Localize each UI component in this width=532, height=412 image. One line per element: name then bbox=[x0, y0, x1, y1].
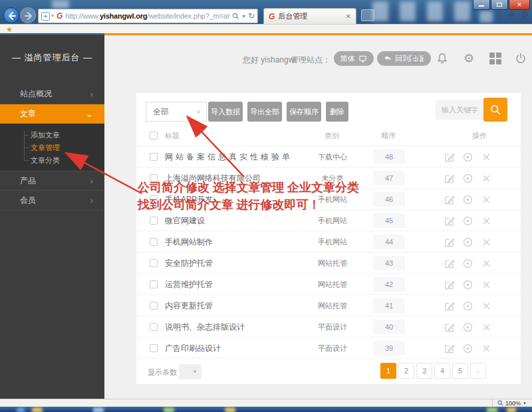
delete-button[interactable]: 删除 bbox=[326, 102, 348, 122]
bell-icon[interactable] bbox=[436, 52, 449, 65]
select-all-checkbox[interactable] bbox=[150, 132, 158, 140]
import-data-button[interactable]: 导入数据 bbox=[208, 102, 243, 122]
delete-icon[interactable] bbox=[481, 215, 492, 227]
start-orb[interactable] bbox=[16, 407, 25, 412]
delete-icon[interactable] bbox=[481, 322, 492, 333]
delete-icon[interactable] bbox=[481, 237, 492, 248]
edit-icon[interactable] bbox=[444, 215, 455, 227]
settings-gear-icon[interactable]: ⚙ bbox=[521, 9, 529, 19]
zoom-control[interactable]: 100% ▼ bbox=[492, 399, 527, 407]
sidebar-item-member[interactable]: 会员 › bbox=[0, 191, 104, 211]
edit-icon[interactable] bbox=[444, 237, 455, 248]
sidebar-item-site-overview[interactable]: 站点概况 › bbox=[0, 84, 104, 104]
per-page-select[interactable]: ▼ bbox=[179, 364, 201, 379]
edit-icon[interactable] bbox=[444, 322, 455, 333]
view-icon[interactable] bbox=[462, 300, 473, 312]
taskbar-item[interactable] bbox=[507, 407, 516, 412]
order-input[interactable]: 48 bbox=[373, 150, 405, 164]
taskbar-item[interactable] bbox=[32, 407, 43, 412]
favorites-star-icon[interactable]: ★ bbox=[508, 10, 515, 19]
category-filter-select[interactable]: 全部 ˅ bbox=[146, 102, 207, 122]
add-favorite-icon[interactable]: ★ bbox=[6, 25, 13, 34]
delete-icon[interactable] bbox=[481, 258, 492, 269]
edit-icon[interactable] bbox=[444, 300, 455, 312]
delete-icon[interactable] bbox=[481, 279, 492, 290]
delete-icon[interactable] bbox=[481, 300, 492, 312]
taskbar-item[interactable] bbox=[93, 407, 104, 412]
search-input[interactable] bbox=[436, 100, 483, 120]
view-icon[interactable] bbox=[462, 173, 473, 184]
order-input[interactable]: 43 bbox=[373, 256, 405, 270]
page-button-1[interactable]: 1 bbox=[380, 363, 396, 379]
windows-taskbar[interactable] bbox=[0, 407, 532, 412]
view-icon[interactable] bbox=[462, 279, 473, 290]
browser-back-button[interactable] bbox=[3, 7, 19, 23]
save-order-button[interactable]: 保存顺序 bbox=[287, 102, 321, 122]
order-input[interactable]: 41 bbox=[373, 298, 405, 313]
next-page-button[interactable]: › bbox=[470, 363, 486, 379]
taskbar-item[interactable] bbox=[164, 407, 174, 412]
order-input[interactable]: 46 bbox=[373, 192, 405, 207]
delete-icon[interactable] bbox=[481, 343, 492, 354]
edit-icon[interactable] bbox=[444, 194, 455, 205]
address-bar[interactable]: + ▼ G http://www.yishangwl.org/website/i… bbox=[38, 9, 258, 23]
view-icon[interactable] bbox=[462, 237, 473, 248]
page-button-2[interactable]: 2 bbox=[398, 363, 414, 379]
sidebar-item-product[interactable]: 产品 › bbox=[0, 171, 104, 191]
order-input[interactable]: 39 bbox=[373, 341, 405, 356]
submenu-item-article-manage[interactable]: 文章管理 bbox=[31, 141, 60, 154]
order-input[interactable]: 40 bbox=[373, 320, 405, 334]
view-icon[interactable] bbox=[462, 322, 473, 333]
view-icon[interactable] bbox=[462, 258, 473, 269]
browser-forward-button[interactable] bbox=[20, 7, 36, 23]
edit-icon[interactable] bbox=[444, 152, 455, 163]
order-input[interactable]: 44 bbox=[373, 235, 405, 249]
search-button[interactable] bbox=[483, 98, 507, 122]
delete-icon[interactable] bbox=[481, 194, 492, 205]
row-checkbox[interactable] bbox=[150, 323, 158, 331]
row-checkbox[interactable] bbox=[150, 344, 158, 352]
address-dropdown-icon[interactable]: ▼ bbox=[241, 14, 246, 19]
search-icon[interactable] bbox=[232, 13, 239, 20]
view-icon[interactable] bbox=[462, 343, 473, 354]
view-icon[interactable] bbox=[462, 152, 473, 163]
taskbar-item[interactable] bbox=[225, 407, 235, 412]
row-checkbox[interactable] bbox=[150, 280, 158, 288]
edit-icon[interactable] bbox=[444, 343, 455, 354]
new-tab-button[interactable] bbox=[361, 9, 374, 21]
submenu-item-article-category[interactable]: 文章分类 bbox=[31, 154, 60, 167]
back-to-old-version-button[interactable]: 回到旧版 bbox=[377, 51, 431, 66]
order-input[interactable]: 47 bbox=[373, 171, 405, 185]
tab-close-icon[interactable]: ✕ bbox=[346, 13, 351, 20]
language-button[interactable]: 简体 bbox=[334, 51, 374, 66]
order-input[interactable]: 42 bbox=[373, 277, 405, 292]
edit-icon[interactable] bbox=[444, 258, 455, 269]
window-minimize-button[interactable] bbox=[473, 0, 490, 10]
row-checkbox[interactable] bbox=[150, 217, 158, 225]
edit-icon[interactable] bbox=[444, 279, 455, 290]
order-input[interactable]: 45 bbox=[373, 213, 405, 228]
delete-icon[interactable] bbox=[481, 152, 492, 163]
view-icon[interactable] bbox=[462, 215, 473, 227]
delete-icon[interactable] bbox=[481, 173, 492, 184]
row-checkbox[interactable] bbox=[150, 238, 158, 246]
page-button-5[interactable]: 5 bbox=[452, 363, 468, 379]
sidebar-item-article[interactable]: 文章 ⌄ bbox=[0, 104, 104, 124]
row-checkbox[interactable] bbox=[150, 259, 158, 267]
edit-icon[interactable] bbox=[444, 173, 455, 184]
compatibility-icon[interactable]: + bbox=[41, 12, 50, 21]
gear-icon[interactable]: ⚙ bbox=[462, 52, 475, 65]
page-button-3[interactable]: 3 bbox=[416, 363, 432, 379]
home-icon[interactable]: ⌂ bbox=[496, 9, 502, 20]
apps-grid-icon[interactable] bbox=[489, 52, 502, 65]
power-logout-icon[interactable] bbox=[514, 52, 527, 65]
view-icon[interactable] bbox=[462, 194, 473, 205]
browser-tab[interactable]: G 后台管理 ✕ bbox=[263, 8, 356, 24]
submenu-item-add-article[interactable]: 添加文章 bbox=[31, 128, 60, 142]
taskbar-item[interactable] bbox=[487, 407, 497, 412]
export-all-button[interactable]: 导出全部 bbox=[247, 102, 282, 122]
row-checkbox[interactable] bbox=[150, 153, 158, 161]
refresh-icon[interactable]: ↻ bbox=[248, 11, 255, 21]
row-checkbox[interactable] bbox=[150, 302, 158, 310]
page-button-4[interactable]: 4 bbox=[434, 363, 450, 379]
